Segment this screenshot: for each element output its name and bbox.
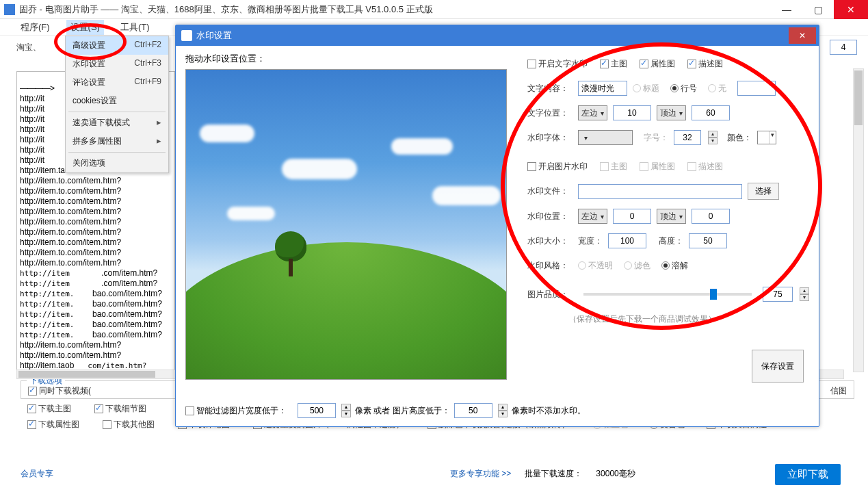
label: 水印字体：: [527, 132, 573, 144]
radio-lineno[interactable]: 行号: [670, 83, 697, 94]
filter-width-input[interactable]: [298, 403, 336, 418]
imgpos-y-input[interactable]: [692, 209, 730, 224]
ck-download-attr[interactable]: 下载属性图: [27, 419, 79, 430]
extra-input[interactable]: [737, 81, 776, 96]
menu-program[interactable]: 程序(F): [16, 20, 54, 35]
download-now-button[interactable]: 立即下载: [775, 464, 841, 485]
url-row: http://it: [20, 104, 44, 114]
menu-advanced-settings[interactable]: 高级设置 Ctrl+F2: [66, 36, 168, 55]
drag-label: 拖动水印设置位置：: [185, 53, 514, 65]
quality-value[interactable]: [763, 287, 793, 302]
ck-download-other[interactable]: 下载其他图: [103, 419, 155, 430]
quality-spinner[interactable]: ▴▾: [800, 287, 809, 301]
filter-h-spinner[interactable]: ▴▾: [498, 404, 508, 417]
text-content-input[interactable]: [578, 81, 627, 96]
label: 像素时不添加水印。: [512, 405, 586, 417]
radio-opaque[interactable]: 不透明: [578, 260, 613, 272]
menu-watermark-settings[interactable]: 水印设置 Ctrl+F3: [66, 55, 168, 73]
ck-desc-image[interactable]: 描述图: [687, 58, 723, 70]
dash: ————>: [20, 83, 54, 93]
main-titlebar: 固乔 - 电商图片助手 —— 淘宝、天猫、1688阿里、京东、微商相册等图片批量…: [0, 0, 868, 19]
menu-smt-mode[interactable]: 速卖通下载模式: [66, 114, 168, 132]
ck-attr-image-2[interactable]: 属性图: [640, 161, 675, 172]
ck-main-image-2[interactable]: 主图: [600, 161, 627, 172]
pos-y-input[interactable]: [692, 105, 730, 120]
ck-download-video[interactable]: 同时下载视频(: [28, 385, 91, 397]
dialog-title: 水印设置: [196, 29, 789, 42]
label: 水印大小：: [527, 235, 573, 247]
imgpos-h-select[interactable]: 左边: [578, 209, 607, 224]
settings-dropdown: 高级设置 Ctrl+F2 水印设置 Ctrl+F3 评论设置 Ctrl+F9 c…: [65, 36, 169, 173]
ck-download-main[interactable]: 下载主图: [27, 403, 71, 415]
member-row: 会员专享 更多专享功能 >> 批量下载速度： 30000毫秒: [21, 468, 854, 480]
url-row: http://it: [20, 114, 44, 124]
font-size-spinner[interactable]: ▴▾: [708, 131, 718, 144]
label: 信图: [830, 385, 847, 397]
watermark-dialog: 水印设置 ✕ 拖动水印设置位置： 开启文字水印 主图 属性图 描述图 文字内容：: [175, 25, 819, 427]
menu-item-label: 水印设置: [73, 58, 105, 70]
pos-x-input[interactable]: [613, 105, 651, 120]
menu-item-label: cookies设置: [73, 95, 117, 107]
member-label: 会员专享: [21, 468, 53, 480]
separator: [68, 152, 166, 153]
enable-image-watermark-checkbox[interactable]: 开启图片水印: [527, 161, 588, 172]
more-features-link[interactable]: 更多专享功能 >>: [450, 468, 511, 480]
maximize-button[interactable]: ▢: [802, 0, 834, 19]
url-row: http://it: [20, 94, 44, 103]
url-row: http://item.t: [20, 248, 60, 257]
menu-comment-settings[interactable]: 评论设置 Ctrl+F9: [66, 73, 168, 92]
menu-item-label: 高级设置: [73, 40, 105, 51]
dialog-titlebar: 水印设置 ✕: [176, 25, 819, 46]
smart-filter-checkbox[interactable]: 智能过滤图片宽度低于：: [185, 405, 287, 417]
ck-download-detail[interactable]: 下载细节图: [94, 403, 146, 415]
dialog-close-button[interactable]: ✕: [789, 27, 816, 44]
radio-none[interactable]: 无: [708, 83, 726, 94]
label: 图片品质：: [527, 289, 573, 300]
imgpos-v-select[interactable]: 顶边: [657, 209, 686, 224]
filter-w-spinner[interactable]: ▴▾: [341, 404, 351, 417]
close-button[interactable]: ✕: [834, 0, 868, 19]
wm-width-input[interactable]: [608, 233, 646, 248]
watermark-file-input[interactable]: [578, 184, 742, 199]
label: 批量下载速度：: [525, 468, 582, 480]
menu-tools[interactable]: 工具(T): [116, 20, 154, 35]
menu-cookies-settings[interactable]: cookies设置: [66, 92, 168, 110]
url-row: http://item.t: [20, 258, 60, 268]
enable-text-watermark-checkbox[interactable]: 开启文字水印: [527, 58, 588, 70]
label: 宽度：: [578, 235, 603, 247]
radio-title[interactable]: 标题: [633, 83, 659, 94]
ck-desc-image-2[interactable]: 描述图: [687, 161, 723, 172]
label: 像素 或者 图片高度低于：: [355, 405, 450, 417]
radio-dissolve[interactable]: 溶解: [661, 260, 688, 272]
count-input[interactable]: [830, 40, 857, 55]
url-row: http://it: [20, 135, 44, 144]
font-size-input[interactable]: [674, 130, 701, 145]
menu-close-options[interactable]: 关闭选项: [66, 154, 168, 172]
url-row: http://item.t: [20, 196, 60, 206]
label: 文字位置：: [527, 107, 573, 119]
pos-h-select[interactable]: 左边: [578, 105, 607, 120]
ck-attr-image[interactable]: 属性图: [640, 58, 675, 70]
menu-pdd-attr[interactable]: 拼多多属性图: [66, 132, 168, 151]
save-settings-button[interactable]: 保存设置: [752, 350, 804, 383]
menu-item-label: 拼多多属性图: [73, 135, 122, 147]
preview-image[interactable]: [185, 69, 507, 380]
ck-main-image[interactable]: 主图: [600, 58, 627, 70]
filter-height-input[interactable]: [454, 403, 492, 418]
color-picker[interactable]: [757, 131, 776, 144]
label: 颜色：: [727, 132, 752, 144]
quality-slider[interactable]: [583, 293, 752, 296]
radio-filter[interactable]: 滤色: [624, 260, 650, 272]
font-select[interactable]: [578, 130, 633, 145]
pos-v-select[interactable]: 顶边: [657, 105, 686, 120]
wm-height-input[interactable]: [689, 233, 727, 248]
shortcut: Ctrl+F3: [134, 58, 161, 70]
choose-file-button[interactable]: 选择: [748, 183, 779, 200]
speed-value: 30000毫秒: [596, 468, 635, 480]
menu-item-label: 评论设置: [73, 77, 105, 88]
app-icon: [4, 4, 15, 15]
minimize-button[interactable]: —: [771, 0, 802, 19]
menu-settings[interactable]: 设置(S): [66, 20, 104, 35]
vertical-scrollbar[interactable]: [853, 68, 864, 372]
imgpos-x-input[interactable]: [613, 209, 651, 224]
